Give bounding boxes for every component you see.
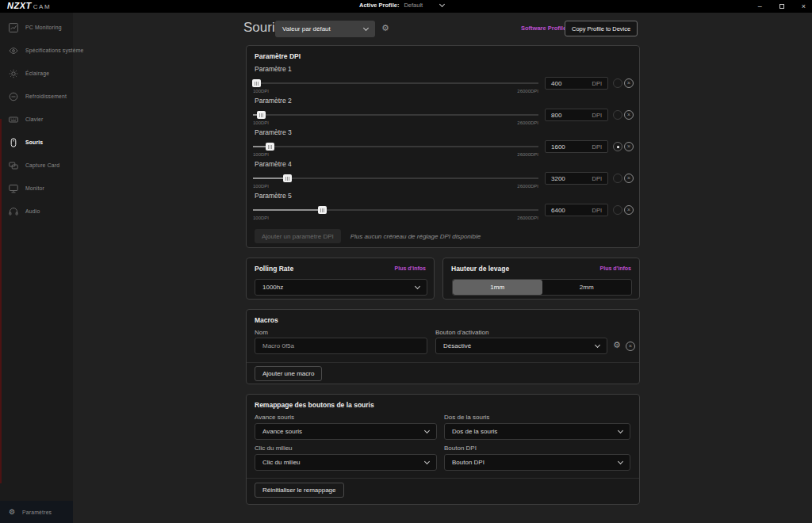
remap-dropdown[interactable]: Bouton DPI <box>444 454 630 471</box>
dpi-delete-icon[interactable]: × <box>624 205 634 215</box>
dpi-active-radio[interactable] <box>613 142 622 151</box>
slider-handle[interactable] <box>266 143 274 151</box>
sidebar-item[interactable]: PC Monitoring <box>0 16 73 39</box>
slider-handle[interactable] <box>318 206 327 214</box>
dpi-setting-row: Paramètre 1 100DPI 26000DPI 400 DPI × <box>247 65 639 97</box>
profile-gear-icon[interactable]: ⚙ <box>381 24 389 32</box>
polling-rate-title: Polling Rate <box>255 265 293 273</box>
minimize-button[interactable]: – <box>758 3 762 10</box>
slider-track[interactable] <box>253 82 538 84</box>
remap-panel: Remappage des boutons de la souris Avanc… <box>246 394 640 505</box>
logo-cam: CAM <box>33 3 52 10</box>
sidebar-settings[interactable]: ⚙ Paramètres <box>0 501 73 523</box>
add-dpi-button[interactable]: Ajouter un paramètre DPI <box>255 229 341 243</box>
dpi-value: 6400 <box>551 207 565 214</box>
active-profile-label: Active Profile: <box>359 2 399 9</box>
sidebar-item[interactable]: Refroidissement <box>0 85 73 108</box>
macro-delete-icon[interactable]: × <box>626 342 635 351</box>
lift-height-option[interactable]: 2mm <box>542 280 632 295</box>
remap-field-label: Clic du milieu <box>255 445 437 452</box>
sidebar-item[interactable]: Spécifications système <box>0 39 73 62</box>
dpi-slider[interactable] <box>253 143 538 151</box>
dpi-setting-row: Paramètre 3 100DPI 26000DPI 1600 DPI × <box>247 128 639 160</box>
dpi-setting-row: Paramètre 5 100DPI 26000DPI 6400 DPI × <box>247 192 639 223</box>
dpi-delete-icon[interactable]: × <box>624 142 634 151</box>
sidebar-item[interactable]: Audio <box>0 200 73 223</box>
slider-handle[interactable] <box>252 79 261 87</box>
dpi-value-input[interactable]: 800 DPI <box>545 109 608 121</box>
dpi-delete-icon[interactable]: × <box>624 78 634 88</box>
remap-dropdown[interactable]: Dos de la souris <box>444 423 630 440</box>
gear-icon: ⚙ <box>9 508 15 516</box>
remap-field-label: Dos de la souris <box>444 414 630 421</box>
sidebar-item-label: Souris <box>25 139 43 145</box>
nzxt-cam-logo: NZXT CAM <box>7 1 51 10</box>
slider-handle[interactable] <box>283 174 292 182</box>
remap-dropdown[interactable]: Avance souris <box>255 423 437 440</box>
dpi-slider[interactable] <box>253 206 538 214</box>
dpi-slider[interactable] <box>253 174 538 182</box>
polling-more-info-link[interactable]: Plus d'infos <box>395 265 426 271</box>
dpi-active-radio[interactable] <box>613 174 622 183</box>
close-button[interactable]: × <box>802 3 806 10</box>
profile-dropdown[interactable]: Valeur par défaut <box>275 21 375 37</box>
sidebar-item-icon <box>9 46 18 55</box>
polling-rate-panel: Polling Rate Plus d'infos 1000hz <box>246 258 435 300</box>
dpi-active-radio[interactable] <box>613 110 622 120</box>
dpi-unit-label: DPI <box>592 143 602 151</box>
lift-height-title: Hauteur de levage <box>451 265 509 273</box>
slider-track[interactable] <box>253 146 538 147</box>
divider <box>247 478 639 479</box>
slider-handle[interactable] <box>257 111 266 119</box>
macro-name-input[interactable]: Macro 0f5a <box>255 338 427 354</box>
add-macro-button[interactable]: Ajouter une macro <box>255 366 322 381</box>
software-profile-link[interactable]: Software Profile <box>521 25 566 32</box>
logo-nzxt: NZXT <box>7 1 32 10</box>
dpi-value-input[interactable]: 3200 DPI <box>545 172 608 185</box>
dpi-active-radio[interactable] <box>613 205 622 215</box>
dpi-delete-icon[interactable]: × <box>624 174 634 183</box>
slider-track[interactable] <box>253 178 538 179</box>
maximize-button[interactable] <box>779 4 784 9</box>
sidebar-item[interactable]: Éclairage <box>0 62 73 85</box>
dpi-delete-icon[interactable]: × <box>624 110 634 120</box>
macro-activation-dropdown[interactable]: Désactivé <box>435 338 607 354</box>
lift-height-panel: Hauteur de levage Plus d'infos 1mm 2mm <box>442 258 640 300</box>
dpi-slider[interactable] <box>253 79 538 87</box>
sidebar-item[interactable]: Capture Card <box>0 154 73 177</box>
slider-fill <box>253 209 322 211</box>
remap-dropdown[interactable]: Clic du milieu <box>255 454 437 471</box>
lift-height-option[interactable]: 1mm <box>453 280 542 295</box>
sidebar-item-icon <box>9 23 18 32</box>
sidebar-item-icon <box>9 138 18 147</box>
slider-max-label: 26000DPI <box>253 184 538 189</box>
sidebar-item[interactable]: Monitor <box>0 177 73 200</box>
chevron-down-icon <box>618 458 623 464</box>
slider-track[interactable] <box>253 114 538 116</box>
remap-reset-button[interactable]: Réinitialiser le remappage <box>255 483 344 498</box>
sidebar-item[interactable]: Clavier <box>0 108 73 131</box>
polling-rate-value: 1000hz <box>262 284 283 291</box>
active-profile-selector[interactable]: Active Profile: Default <box>359 2 444 9</box>
dpi-value-input[interactable]: 1600 DPI <box>545 140 608 153</box>
sidebar-item-icon <box>9 184 18 193</box>
dpi-slider[interactable] <box>253 111 538 119</box>
active-profile-value: Default <box>404 2 435 9</box>
sidebar-item[interactable]: Souris <box>0 131 73 154</box>
macro-name-value: Macro 0f5a <box>262 342 294 349</box>
lift-more-info-link[interactable]: Plus d'infos <box>600 265 631 271</box>
sidebar: PC Monitoring Spécifications système Écl… <box>0 13 73 501</box>
remap-dropdown-value: Dos de la souris <box>452 428 497 435</box>
chevron-down-icon <box>415 283 420 288</box>
copy-profile-button[interactable]: Copy Profile to Device <box>565 21 638 36</box>
lift-height-toggle: 1mm 2mm <box>452 279 632 296</box>
chevron-down-icon <box>363 25 369 30</box>
dpi-value: 800 <box>551 112 561 119</box>
dpi-active-radio[interactable] <box>613 78 622 88</box>
dpi-value-input[interactable]: 400 DPI <box>545 77 608 90</box>
chevron-down-icon <box>424 427 430 433</box>
chevron-down-icon <box>595 342 600 347</box>
polling-rate-dropdown[interactable]: 1000hz <box>255 279 427 296</box>
macro-gear-icon[interactable]: ⚙ <box>613 341 621 350</box>
dpi-value-input[interactable]: 6400 DPI <box>545 204 608 216</box>
